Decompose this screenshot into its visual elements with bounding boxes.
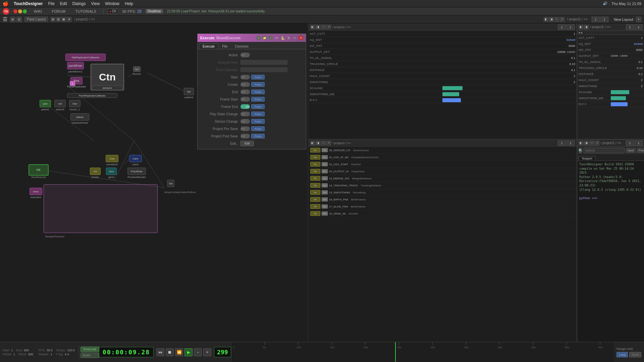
touch1-node[interactable]: Nut Touch1 [132,66,141,75]
next-btn[interactable]: Next [626,148,636,153]
ops-btn4[interactable]: ↗ [326,25,331,29]
panel-exec1-node[interactable]: panelExec panelExec1 [67,62,84,73]
device-change-pulse-btn[interactable]: Pulse [251,119,265,124]
realtime-button[interactable]: Realtime [146,9,163,13]
execute1-node[interactable]: exec execute1 [30,188,42,199]
pane-icon4[interactable]: ⊕ [67,17,71,22]
is-active-panel-node[interactable]: IsActv IsActivePanel [70,113,89,124]
circle1-node[interactable]: Cir circle1 [90,168,101,179]
panel1-node[interactable]: pan panel1 [40,100,51,111]
rp-btn2[interactable]: ◨ [584,25,589,29]
scaling-bar[interactable] [611,90,629,94]
icon-btn-r1[interactable]: ◧ [544,17,548,22]
traffic-red[interactable] [13,9,17,13]
search-icon[interactable]: 🔍 [579,148,582,153]
tutorials-link[interactable]: TUTORIALS [72,8,99,14]
layout-btn1[interactable]: ⊞ [10,17,15,22]
house1-node[interactable]: hse house_1 [69,100,80,111]
dialog-refresh-icon[interactable]: ↻ [286,36,291,40]
project-post-save-pulse-btn[interactable]: Pulse [251,134,265,138]
ops-node-chip-5[interactable]: Sw [310,183,320,188]
ops-node-chip-8[interactable]: Sw [310,204,320,209]
smoothing-ms-bar[interactable] [611,96,626,100]
prev-frame-btn[interactable]: ⏪ [175,348,183,356]
pane-icon1[interactable]: ▤ [51,17,55,22]
ops-node-chip-9[interactable]: Sw [310,211,320,216]
dialog-python-icon[interactable]: 🐍 [280,36,285,40]
menu-file[interactable]: File [48,1,54,6]
edit-btn[interactable]: Edit [240,141,254,146]
ops-scaling-bar[interactable] [442,86,463,90]
cp-btn1[interactable]: ◧ [579,141,583,145]
play-state-toggle[interactable]: Off [240,112,250,116]
ops-btn2[interactable]: ◨ [316,25,320,29]
execute-tab-common[interactable]: Common [231,44,252,49]
forum-link[interactable]: FORUM [49,8,68,14]
stop-btn[interactable]: ⏹ [166,348,174,356]
dialog-info-icon[interactable]: i [268,36,273,40]
once-btn[interactable]: Once [629,352,641,357]
tab-replicator-callbacks-node[interactable]: TabReplicatorCallbacks [65,54,106,61]
plus-btn[interactable]: + [203,348,211,356]
layout-btn2[interactable]: ⊟ [16,17,22,22]
ops-node-chip-4[interactable]: Sw [310,176,320,181]
rewind-btn[interactable]: ⏮ [156,348,164,356]
pane-icon2[interactable]: ▥ [56,17,61,22]
traffic-green[interactable] [23,9,27,13]
dialog-help-icon[interactable]: ? [256,36,261,40]
geo2-node[interactable]: Geo geo2 [106,168,117,179]
frame-end-toggle[interactable]: On [240,104,250,109]
rpy-bar[interactable] [611,102,628,106]
device-change-toggle[interactable]: Off [240,119,250,124]
project-pre-save-pulse-btn[interactable]: Pulse [251,126,265,131]
ops-sms-bar[interactable] [442,92,459,96]
menu-dialogs[interactable]: Dialogs [72,1,86,6]
console-search-input[interactable] [584,148,625,153]
reset-execute-node[interactable]: RE ResetExecute [29,164,49,178]
constant2-node[interactable]: Con constant2 [106,155,118,166]
ops-btn1[interactable]: ◧ [310,25,315,29]
ops-node-chip-3[interactable]: Sw [310,169,320,174]
pane-icon3[interactable]: ▦ [61,17,66,22]
traffic-yellow[interactable] [18,9,22,13]
pane-layout-btn[interactable]: Pane Layout [24,17,48,22]
exit-pulse-btn[interactable]: Pulse [251,89,265,94]
switch-on-node[interactable]: Sw [167,180,174,187]
ops-btn3[interactable]: ☆ [321,25,326,29]
dialog-close-icon[interactable]: ✕ [299,36,303,40]
dialog-add-icon[interactable]: + [292,36,297,40]
project-pre-save-toggle[interactable]: Off [240,126,250,131]
ob-btn4[interactable]: ↗ [326,141,331,145]
rp-btn1[interactable]: ◧ [579,25,583,29]
active-toggle[interactable]: Off [240,53,250,57]
cp-btn2[interactable]: ◨ [584,141,589,145]
ops-node-chip-6[interactable]: Sw [310,190,320,195]
frame-end-pulse-btn[interactable]: Pulse [251,104,265,109]
ops-rpy-bar[interactable] [442,98,461,102]
ops-node-chip-7[interactable]: Sw [310,197,320,202]
ops-node-chip-2[interactable]: Sw [310,162,320,167]
beats-mode-btn[interactable]: Beats [80,353,99,358]
minus-btn[interactable]: − [194,348,202,356]
menu-view[interactable]: View [91,1,100,6]
execute-tab-file[interactable]: File [218,44,231,49]
dialog-edit-icon[interactable]: ✏ [274,36,279,40]
ob-btn2[interactable]: ◨ [316,141,320,145]
ob-btn1[interactable]: ◧ [310,141,315,145]
frame-start-toggle[interactable]: Off [240,97,250,102]
add-layout-btn[interactable]: + [636,17,641,22]
play-state-pulse-btn[interactable]: Pulse [251,112,265,116]
ob-btn3[interactable]: ☆ [321,141,326,145]
project-post-save-toggle[interactable]: Off [240,134,250,138]
loop-btn[interactable]: Loop [616,352,628,357]
icon-btn-r4[interactable]: ↗ [560,17,565,22]
execute-tab-execute[interactable]: Execute [199,44,218,49]
select2-node[interactable]: sel select2 [54,100,66,111]
switch1-node[interactable]: Sw switch1 [184,88,194,99]
cp-btn3[interactable]: ☆ [589,141,594,145]
create-pulse-btn[interactable]: Pulse [251,82,265,87]
ops-node-chip-0[interactable]: Sw [310,148,320,153]
execute-dialog-titlebar[interactable]: Execute ResetExecute ? 📁 i ✏ 🐍 ↻ + ✕ [198,34,306,42]
dialog-folder-icon[interactable]: 📁 [262,36,267,40]
create-toggle[interactable]: Off [240,82,250,87]
